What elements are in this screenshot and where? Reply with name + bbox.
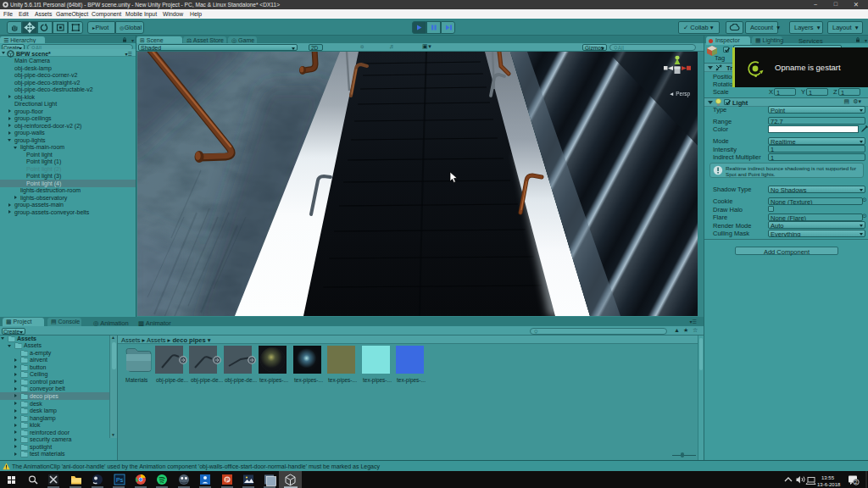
svg-text:2: 2 [854,480,857,485]
svg-text:P: P [225,477,230,483]
svg-text:13-6-2018: 13-6-2018 [817,482,841,487]
svg-text:◄ Persp: ◄ Persp [669,91,691,97]
svg-text:13:55: 13:55 [821,475,835,480]
svg-text:Ps: Ps [116,477,124,483]
